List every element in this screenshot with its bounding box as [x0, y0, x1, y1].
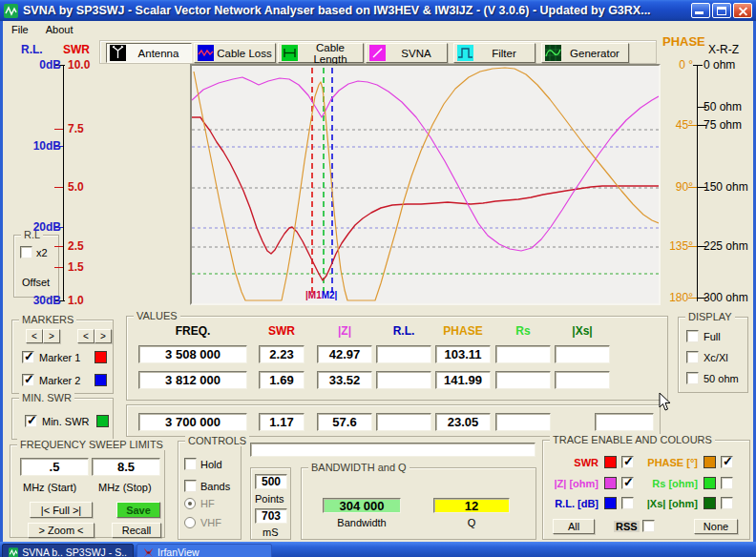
close-button[interactable]	[733, 3, 752, 18]
sweep-chart[interactable]	[190, 64, 661, 305]
full-span-button[interactable]: |< Full >|	[30, 502, 93, 518]
marker1-checkbox[interactable]	[22, 351, 34, 363]
sweep-time-field[interactable]: 703	[255, 508, 287, 524]
marker2-checkbox[interactable]	[22, 374, 34, 386]
value-field[interactable]: 3 812 000	[138, 371, 247, 389]
value-field[interactable]	[555, 345, 610, 363]
min-swr-value-field[interactable]	[595, 413, 654, 431]
bands-checkbox[interactable]	[184, 480, 197, 492]
swr-tick-label: 5.0	[68, 180, 84, 194]
recall-button[interactable]: Recall	[112, 523, 161, 538]
trace-color-swatch[interactable]	[704, 456, 716, 468]
value-field[interactable]: 3 508 000	[138, 345, 247, 363]
hf-radio[interactable]	[184, 498, 196, 509]
hold-checkbox[interactable]	[184, 458, 197, 470]
marker2-color-swatch[interactable]	[94, 374, 107, 386]
min-swr-values-row: 3 700 0001.1757.623.05	[126, 404, 661, 437]
trace-enable-checkbox[interactable]	[721, 497, 733, 509]
trace-label: R.L. [dB]	[545, 498, 598, 509]
swr-axis-caption: SWR	[63, 43, 90, 56]
points-time-box: 500 Points 703 mS	[250, 467, 291, 540]
trace-enable-checkbox[interactable]	[721, 456, 733, 468]
value-field[interactable]	[495, 345, 551, 363]
marker2-step-right-button[interactable]: >	[94, 329, 112, 343]
marker1-step-right-button[interactable]: >	[43, 329, 60, 343]
value-field[interactable]: 33.52	[317, 371, 372, 389]
toolbar-button-label: Generator	[561, 48, 628, 59]
marker1-color-swatch[interactable]	[94, 351, 107, 363]
minimize-button[interactable]	[691, 3, 710, 18]
trace-enable-checkbox[interactable]	[621, 456, 634, 468]
trace-color-swatch[interactable]	[704, 477, 716, 489]
save-button[interactable]: Save	[116, 502, 160, 518]
trace-enable-checkbox[interactable]	[621, 477, 634, 489]
svna-icon	[369, 45, 386, 61]
display-option-checkbox[interactable]	[686, 372, 699, 384]
menu-file[interactable]: File	[3, 22, 37, 37]
zoom-button[interactable]: > Zoom <	[28, 523, 94, 538]
min-swr-value-field[interactable]: 23.05	[435, 413, 491, 431]
trace-enable-panel: TRACE ENABLE AND COLOURS All RSS None SW…	[542, 440, 750, 540]
value-field[interactable]: 103.11	[435, 345, 491, 363]
marker1-step-left-button[interactable]: <	[26, 329, 43, 343]
start-frequency-input[interactable]: .5	[20, 458, 89, 476]
rss-checkbox[interactable]	[642, 520, 655, 532]
antenna-mode-button[interactable]: Antenna	[106, 43, 192, 63]
points-label: Points	[255, 493, 284, 505]
cable-length-icon	[282, 45, 298, 61]
value-field[interactable]: 141.99	[435, 371, 491, 389]
min-swr-value-field[interactable]: 3 700 000	[138, 413, 247, 431]
taskbar-item-irfanview[interactable]: IrfanView	[136, 544, 272, 557]
bandwidth-field[interactable]: 304 000	[323, 498, 401, 513]
message-field[interactable]	[250, 443, 536, 457]
none-traces-button[interactable]: None	[694, 519, 738, 534]
group-title: MIN. SWR	[19, 392, 74, 403]
svna-mode-button[interactable]: SVNA	[366, 43, 448, 63]
group-title: BANDWIDTH and Q	[308, 462, 410, 473]
value-field[interactable]	[495, 371, 551, 389]
trace-color-swatch[interactable]	[604, 456, 617, 468]
cable-length-mode-button[interactable]: Cable Length	[278, 43, 364, 63]
min-swr-checkbox[interactable]	[25, 415, 37, 427]
phase-axis-caption: PHASE	[662, 34, 705, 49]
q-field[interactable]: 12	[433, 498, 510, 513]
x2-checkbox[interactable]	[20, 246, 32, 258]
display-option-checkbox[interactable]	[686, 351, 699, 363]
taskbar-item-svna[interactable]: SVNA b.. SP3SWJ - S..	[2, 544, 134, 557]
value-field[interactable]: 2.23	[259, 345, 304, 363]
trace-color-swatch[interactable]	[604, 497, 617, 509]
filter-mode-button[interactable]: Filter	[453, 43, 536, 63]
all-traces-button[interactable]: All	[553, 519, 595, 534]
antenna-icon	[110, 45, 126, 61]
value-field[interactable]: 42.97	[317, 345, 372, 363]
generator-mode-button[interactable]: Generator	[541, 43, 629, 63]
menu-about[interactable]: About	[37, 22, 82, 37]
value-field[interactable]	[376, 345, 431, 363]
min-swr-value-field[interactable]	[376, 413, 431, 431]
swr-tick-label: 10.0	[68, 58, 90, 72]
trace-enable-checkbox[interactable]	[721, 477, 733, 489]
min-swr-value-field[interactable]	[495, 413, 551, 431]
display-option-checkbox[interactable]	[686, 330, 699, 342]
trace-color-swatch[interactable]	[704, 497, 716, 509]
value-field[interactable]: 1.69	[259, 371, 304, 389]
points-field[interactable]: 500	[255, 474, 287, 489]
value-field[interactable]	[555, 371, 610, 389]
vhf-radio[interactable]	[184, 517, 196, 528]
stop-frequency-input[interactable]: 8.5	[92, 458, 160, 476]
cable-loss-mode-button[interactable]: Cable Loss	[194, 43, 276, 63]
display-option-label: 50 ohm	[704, 373, 739, 384]
trace-enable-checkbox[interactable]	[621, 497, 634, 509]
rl-db-tick-mark	[54, 146, 63, 147]
maximize-button[interactable]	[712, 3, 731, 18]
maximize-icon	[717, 7, 726, 15]
phase-tick-mark	[688, 187, 697, 188]
min-swr-value-field[interactable]: 57.6	[317, 413, 372, 431]
trace-color-swatch[interactable]	[604, 477, 617, 489]
marker2-step-left-button[interactable]: <	[77, 329, 94, 343]
min-swr-color-swatch[interactable]	[96, 415, 109, 427]
value-field[interactable]	[376, 371, 431, 389]
min-swr-value-field[interactable]: 1.17	[259, 413, 304, 431]
marker-labels: |M1M2|	[305, 290, 337, 300]
toolbar-button-label: Filter	[473, 48, 535, 59]
